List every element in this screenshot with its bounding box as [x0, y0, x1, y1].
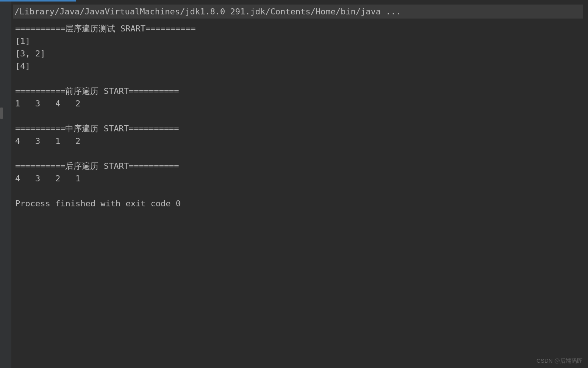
console-gutter: [0, 2, 11, 368]
console-output[interactable]: /Library/Java/JavaVirtualMachines/jdk1.8…: [11, 2, 588, 213]
resize-handle[interactable]: [0, 108, 3, 119]
output-line: [4]: [15, 60, 584, 72]
output-section-levelorder: ==========层序遍历测试 SRART========== [1] [3,…: [15, 22, 584, 72]
section-header: ==========后序遍历 START==========: [15, 160, 584, 172]
output-section-inorder: ==========中序遍历 START========== 4 3 1 2: [15, 122, 584, 147]
process-exit-line: Process finished with exit code 0: [15, 197, 584, 210]
output-line: 4 3 2 1: [15, 172, 584, 185]
section-header: ==========中序遍历 START==========: [15, 122, 584, 135]
output-line: 4 3 1 2: [15, 135, 584, 147]
output-section-postorder: ==========后序遍历 START========== 4 3 2 1: [15, 160, 584, 185]
section-header: ==========前序遍历 START==========: [15, 85, 584, 97]
command-line: /Library/Java/JavaVirtualMachines/jdk1.8…: [13, 5, 586, 19]
section-header: ==========层序遍历测试 SRART==========: [15, 22, 584, 35]
top-progress-bar: [0, 0, 588, 2]
output-line: 1 3 4 2: [15, 97, 584, 110]
scrollbar-vertical[interactable]: [583, 2, 588, 368]
watermark: CSDN @后端码匠: [536, 357, 583, 365]
output-line: [3, 2]: [15, 47, 584, 60]
output-line: [1]: [15, 35, 584, 47]
output-section-preorder: ==========前序遍历 START========== 1 3 4 2: [15, 85, 584, 110]
